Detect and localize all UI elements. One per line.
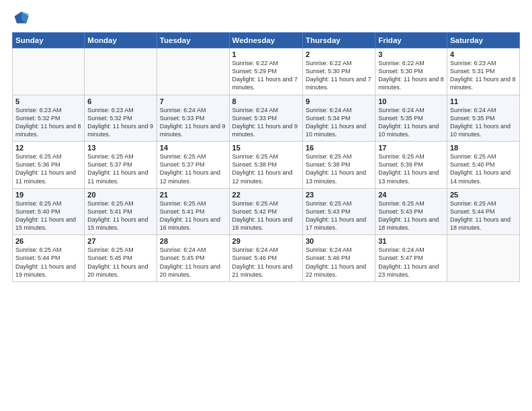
- day-cell: 19Sunrise: 6:25 AMSunset: 5:40 PMDayligh…: [13, 188, 85, 235]
- day-info: Sunrise: 6:25 AMSunset: 5:41 PMDaylight:…: [160, 199, 226, 232]
- day-number: 7: [160, 97, 226, 105]
- day-cell: 18Sunrise: 6:25 AMSunset: 5:40 PMDayligh…: [447, 142, 519, 189]
- day-number: 22: [232, 191, 300, 199]
- day-cell: 23Sunrise: 6:25 AMSunset: 5:43 PMDayligh…: [302, 188, 375, 235]
- day-info: Sunrise: 6:25 AMSunset: 5:36 PMDaylight:…: [15, 152, 81, 185]
- weekday-header-row: SundayMondayTuesdayWednesdayThursdayFrid…: [13, 33, 520, 48]
- logo: [12, 8, 34, 27]
- day-info: Sunrise: 6:25 AMSunset: 5:44 PMDaylight:…: [15, 246, 81, 279]
- day-cell: 11Sunrise: 6:24 AMSunset: 5:35 PMDayligh…: [447, 95, 519, 142]
- day-cell: [157, 48, 229, 95]
- day-number: 1: [232, 50, 300, 58]
- day-cell: 5Sunrise: 6:23 AMSunset: 5:32 PMDaylight…: [13, 95, 85, 142]
- weekday-header-wednesday: Wednesday: [229, 33, 302, 48]
- day-number: 13: [87, 144, 154, 152]
- day-info: Sunrise: 6:24 AMSunset: 5:33 PMDaylight:…: [232, 106, 300, 139]
- day-number: 15: [232, 144, 300, 152]
- day-cell: 31Sunrise: 6:24 AMSunset: 5:47 PMDayligh…: [375, 235, 447, 282]
- day-info: Sunrise: 6:22 AMSunset: 5:29 PMDaylight:…: [232, 59, 300, 92]
- day-info: Sunrise: 6:25 AMSunset: 5:45 PMDaylight:…: [87, 246, 154, 279]
- day-number: 2: [306, 50, 372, 58]
- day-cell: 24Sunrise: 6:25 AMSunset: 5:43 PMDayligh…: [375, 188, 447, 235]
- day-info: Sunrise: 6:25 AMSunset: 5:44 PMDaylight:…: [450, 199, 517, 232]
- day-number: 17: [378, 144, 444, 152]
- day-cell: 30Sunrise: 6:24 AMSunset: 5:46 PMDayligh…: [302, 235, 375, 282]
- day-cell: 26Sunrise: 6:25 AMSunset: 5:44 PMDayligh…: [13, 235, 85, 282]
- day-number: 9: [306, 97, 372, 105]
- day-number: 30: [306, 237, 372, 245]
- week-row-5: 26Sunrise: 6:25 AMSunset: 5:44 PMDayligh…: [13, 235, 520, 282]
- day-cell: 17Sunrise: 6:25 AMSunset: 5:39 PMDayligh…: [375, 142, 447, 189]
- day-number: 27: [87, 237, 154, 245]
- day-number: 5: [15, 97, 81, 105]
- page: SundayMondayTuesdayWednesdayThursdayFrid…: [0, 0, 532, 411]
- weekday-header-tuesday: Tuesday: [157, 33, 229, 48]
- day-cell: 10Sunrise: 6:24 AMSunset: 5:35 PMDayligh…: [375, 95, 447, 142]
- day-cell: 7Sunrise: 6:24 AMSunset: 5:33 PMDaylight…: [157, 95, 229, 142]
- day-number: 25: [450, 191, 517, 199]
- day-number: 10: [378, 97, 444, 105]
- day-info: Sunrise: 6:24 AMSunset: 5:33 PMDaylight:…: [160, 106, 226, 139]
- weekday-header-friday: Friday: [375, 33, 447, 48]
- day-number: 23: [306, 191, 372, 199]
- logo-icon: [12, 8, 31, 27]
- weekday-header-saturday: Saturday: [447, 33, 519, 48]
- day-cell: 6Sunrise: 6:23 AMSunset: 5:32 PMDaylight…: [85, 95, 157, 142]
- day-cell: 29Sunrise: 6:24 AMSunset: 5:46 PMDayligh…: [229, 235, 302, 282]
- day-cell: 13Sunrise: 6:25 AMSunset: 5:37 PMDayligh…: [85, 142, 157, 189]
- day-cell: 20Sunrise: 6:25 AMSunset: 5:41 PMDayligh…: [85, 188, 157, 235]
- day-cell: [85, 48, 157, 95]
- day-info: Sunrise: 6:22 AMSunset: 5:30 PMDaylight:…: [378, 59, 444, 92]
- day-number: 16: [306, 144, 372, 152]
- day-number: 21: [160, 191, 226, 199]
- day-info: Sunrise: 6:24 AMSunset: 5:45 PMDaylight:…: [160, 246, 226, 279]
- day-number: 28: [160, 237, 226, 245]
- day-info: Sunrise: 6:25 AMSunset: 5:42 PMDaylight:…: [232, 199, 300, 232]
- day-number: 18: [450, 144, 517, 152]
- day-number: 29: [232, 237, 300, 245]
- day-cell: 9Sunrise: 6:24 AMSunset: 5:34 PMDaylight…: [302, 95, 375, 142]
- day-info: Sunrise: 6:25 AMSunset: 5:37 PMDaylight:…: [87, 152, 154, 185]
- day-number: 19: [15, 191, 81, 199]
- header: [12, 8, 520, 27]
- day-cell: 2Sunrise: 6:22 AMSunset: 5:30 PMDaylight…: [302, 48, 375, 95]
- day-info: Sunrise: 6:24 AMSunset: 5:47 PMDaylight:…: [378, 246, 444, 279]
- day-info: Sunrise: 6:23 AMSunset: 5:32 PMDaylight:…: [87, 106, 154, 139]
- day-number: 31: [378, 237, 444, 245]
- day-info: Sunrise: 6:24 AMSunset: 5:35 PMDaylight:…: [378, 106, 444, 139]
- day-cell: 28Sunrise: 6:24 AMSunset: 5:45 PMDayligh…: [157, 235, 229, 282]
- day-info: Sunrise: 6:25 AMSunset: 5:41 PMDaylight:…: [87, 199, 154, 232]
- day-info: Sunrise: 6:25 AMSunset: 5:38 PMDaylight:…: [306, 152, 372, 185]
- day-cell: 21Sunrise: 6:25 AMSunset: 5:41 PMDayligh…: [157, 188, 229, 235]
- day-info: Sunrise: 6:24 AMSunset: 5:34 PMDaylight:…: [306, 106, 372, 139]
- weekday-header-thursday: Thursday: [302, 33, 375, 48]
- weekday-header-monday: Monday: [85, 33, 157, 48]
- week-row-4: 19Sunrise: 6:25 AMSunset: 5:40 PMDayligh…: [13, 188, 520, 235]
- day-cell: 15Sunrise: 6:25 AMSunset: 5:38 PMDayligh…: [229, 142, 302, 189]
- day-cell: 25Sunrise: 6:25 AMSunset: 5:44 PMDayligh…: [447, 188, 519, 235]
- day-cell: 3Sunrise: 6:22 AMSunset: 5:30 PMDaylight…: [375, 48, 447, 95]
- day-number: 26: [15, 237, 81, 245]
- day-info: Sunrise: 6:22 AMSunset: 5:30 PMDaylight:…: [306, 59, 372, 92]
- day-number: 4: [450, 50, 517, 58]
- day-info: Sunrise: 6:24 AMSunset: 5:46 PMDaylight:…: [232, 246, 300, 279]
- day-number: 3: [378, 50, 444, 58]
- day-info: Sunrise: 6:23 AMSunset: 5:31 PMDaylight:…: [450, 59, 517, 92]
- day-cell: 8Sunrise: 6:24 AMSunset: 5:33 PMDaylight…: [229, 95, 302, 142]
- day-number: 6: [87, 97, 154, 105]
- weekday-header-sunday: Sunday: [13, 33, 85, 48]
- day-info: Sunrise: 6:25 AMSunset: 5:40 PMDaylight:…: [15, 199, 81, 232]
- day-info: Sunrise: 6:24 AMSunset: 5:35 PMDaylight:…: [450, 106, 517, 139]
- day-info: Sunrise: 6:24 AMSunset: 5:46 PMDaylight:…: [306, 246, 372, 279]
- day-info: Sunrise: 6:25 AMSunset: 5:43 PMDaylight:…: [378, 199, 444, 232]
- day-cell: [13, 48, 85, 95]
- day-info: Sunrise: 6:25 AMSunset: 5:38 PMDaylight:…: [232, 152, 300, 185]
- day-cell: 14Sunrise: 6:25 AMSunset: 5:37 PMDayligh…: [157, 142, 229, 189]
- day-cell: [447, 235, 519, 282]
- day-number: 20: [87, 191, 154, 199]
- day-cell: 22Sunrise: 6:25 AMSunset: 5:42 PMDayligh…: [229, 188, 302, 235]
- day-number: 12: [15, 144, 81, 152]
- week-row-1: 1Sunrise: 6:22 AMSunset: 5:29 PMDaylight…: [13, 48, 520, 95]
- day-info: Sunrise: 6:25 AMSunset: 5:39 PMDaylight:…: [378, 152, 444, 185]
- day-number: 14: [160, 144, 226, 152]
